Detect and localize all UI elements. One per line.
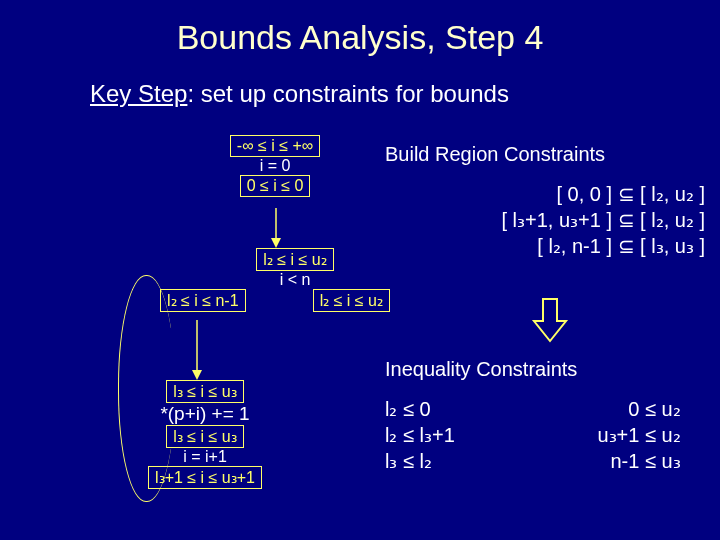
cfg-node-test: l₂ ≤ i ≤ u₂ i < n l₂ ≤ i ≤ n-1 l₂ ≤ i ≤ … [160, 248, 390, 312]
ineq-3b: n-1 ≤ u₃ [541, 449, 681, 473]
bounds-after-init: 0 ≤ i ≤ 0 [240, 175, 311, 197]
slide-subtitle: Key Step: set up constraints for bounds [90, 80, 509, 108]
svg-rect-6 [544, 317, 556, 323]
inequality-constraints-list: l₂ ≤ 0 0 ≤ u₂ l₂ ≤ l₃+1 u₃+1 ≤ u₂ l₃ ≤ l… [385, 395, 681, 475]
bounds-false-branch: l₂ ≤ i ≤ u₂ [313, 289, 390, 312]
cfg-node-body: l₃ ≤ i ≤ u₃ *(p+i) += 1 l₃ ≤ i ≤ u₃ i = … [120, 380, 290, 489]
region-constraint-2: [ l₃+1, u₃+1 ] ⊆ [ l₂, u₂ ] [385, 208, 705, 232]
region-constraints-header: Build Region Constraints [385, 143, 605, 166]
derive-arrow-icon [530, 295, 570, 345]
bounds-before-test: l₂ ≤ i ≤ u₂ [256, 248, 333, 271]
slide-title: Bounds Analysis, Step 4 [0, 18, 720, 57]
stmt-init: i = 0 [215, 157, 335, 175]
ineq-2b: u₃+1 ≤ u₂ [541, 423, 681, 447]
stmt-test: i < n [200, 271, 390, 289]
svg-marker-1 [271, 238, 281, 248]
flow-arrow-1 [269, 208, 283, 248]
region-constraint-1: [ 0, 0 ] ⊆ [ l₂, u₂ ] [385, 182, 705, 206]
ineq-2a: l₂ ≤ l₃+1 [385, 423, 535, 447]
svg-marker-3 [192, 370, 202, 380]
cfg-node-init: -∞ ≤ i ≤ +∞ i = 0 0 ≤ i ≤ 0 [215, 135, 335, 197]
ineq-1a: l₂ ≤ 0 [385, 397, 535, 421]
region-constraint-3: [ l₂, n-1 ] ⊆ [ l₃, u₃ ] [385, 234, 705, 258]
subtitle-rest: : set up constraints for bounds [187, 80, 509, 107]
region-constraints-list: [ 0, 0 ] ⊆ [ l₂, u₂ ] [ l₃+1, u₃+1 ] ⊆ [… [385, 180, 705, 260]
subtitle-key: Key Step [90, 80, 187, 107]
bounds-after-deref: l₃ ≤ i ≤ u₃ [166, 425, 243, 448]
ineq-3a: l₃ ≤ l₂ [385, 449, 535, 473]
bounds-after-incr: l₃+1 ≤ i ≤ u₃+1 [148, 466, 262, 489]
stmt-deref: *(p+i) += 1 [120, 403, 290, 425]
ineq-1b: 0 ≤ u₂ [541, 397, 681, 421]
bounds-before-deref: l₃ ≤ i ≤ u₃ [166, 380, 243, 403]
svg-marker-5 [534, 321, 566, 341]
bounds-before-init: -∞ ≤ i ≤ +∞ [230, 135, 320, 157]
flow-arrow-2 [190, 320, 204, 380]
stmt-incr: i = i+1 [120, 448, 290, 466]
inequality-constraints-header: Inequality Constraints [385, 358, 577, 381]
bounds-true-branch: l₂ ≤ i ≤ n-1 [160, 289, 246, 312]
